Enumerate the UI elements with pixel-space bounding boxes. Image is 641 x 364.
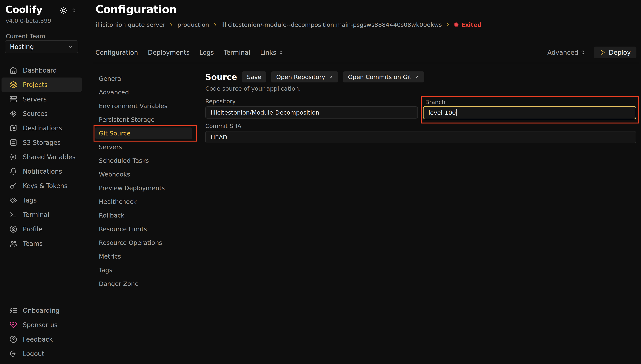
subnav-environment-variables[interactable]: Environment Variables bbox=[96, 99, 192, 113]
subnav-rollback[interactable]: Rollback bbox=[96, 208, 192, 222]
variable-icon bbox=[10, 153, 17, 161]
sidebar-item-shared-variables[interactable]: Shared Variables bbox=[2, 150, 82, 164]
deploy-button[interactable]: Deploy bbox=[594, 46, 636, 58]
page-title: Configuration bbox=[96, 3, 177, 16]
checklist-icon bbox=[10, 307, 17, 314]
arrow-up-right-icon bbox=[414, 74, 419, 80]
subnav-tags[interactable]: Tags bbox=[96, 263, 192, 277]
sidebar-item-sources[interactable]: Sources bbox=[2, 106, 82, 121]
sidebar-item-dashboard[interactable]: Dashboard bbox=[2, 63, 82, 78]
tab-links-label: Links bbox=[260, 49, 276, 56]
team-select[interactable]: Hosting bbox=[5, 40, 78, 53]
repository-input[interactable]: illicitestonion/Module-Decomposition bbox=[205, 106, 418, 118]
sidebar-item-feedback[interactable]: Feedback bbox=[2, 332, 82, 346]
sidebar-item-label: Profile bbox=[23, 226, 42, 233]
subnav-persistent-storage[interactable]: Persistent Storage bbox=[96, 113, 192, 126]
app-logo[interactable]: Coolify bbox=[5, 4, 42, 15]
sidebar-item-projects[interactable]: Projects bbox=[2, 78, 82, 92]
tab-links[interactable]: Links bbox=[260, 49, 283, 56]
sidebar: Coolify v4.0.0-beta.399 Current Team Hos… bbox=[0, 0, 83, 364]
sidebar-item-label: Servers bbox=[23, 96, 47, 103]
sidebar-item-label: Dashboard bbox=[23, 67, 57, 74]
user-icon bbox=[10, 225, 17, 233]
subnav-danger-zone[interactable]: Danger Zone bbox=[96, 277, 192, 291]
sidebar-item-label: Tags bbox=[23, 197, 37, 204]
sidebar-item-notifications[interactable]: Notifications bbox=[2, 164, 82, 178]
open-repository-button[interactable]: Open Repository bbox=[271, 72, 338, 82]
status-dot-icon bbox=[454, 22, 458, 27]
save-button[interactable]: Save bbox=[242, 72, 266, 82]
header-actions: Advanced Deploy bbox=[547, 46, 636, 58]
branch-input[interactable]: level-100 bbox=[423, 106, 636, 119]
sidebar-item-servers[interactable]: Servers bbox=[2, 92, 82, 106]
tab-deployments[interactable]: Deployments bbox=[148, 49, 190, 56]
sidebar-item-profile[interactable]: Profile bbox=[2, 222, 82, 236]
commit-sha-input[interactable]: HEAD bbox=[205, 131, 636, 143]
bell-icon bbox=[10, 168, 17, 175]
chevrons-up-down-icon bbox=[279, 50, 283, 55]
sidebar-item-label: Sponsor us bbox=[23, 321, 58, 329]
sidebar-item-label: S3 Storages bbox=[23, 139, 61, 146]
git-icon bbox=[10, 110, 17, 118]
subnav-metrics[interactable]: Metrics bbox=[96, 250, 192, 263]
chevron-right-icon bbox=[213, 22, 218, 27]
sidebar-item-s3-storages[interactable]: S3 Storages bbox=[2, 135, 82, 150]
status-text: Exited bbox=[461, 22, 481, 28]
tags-icon bbox=[10, 196, 17, 204]
home-icon bbox=[10, 66, 17, 74]
source-header: Source Save Open Repository Open Commits… bbox=[205, 72, 424, 82]
sidebar-item-label: Sources bbox=[23, 110, 48, 118]
sidebar-item-destinations[interactable]: Destinations bbox=[2, 121, 82, 135]
subnav-git-source[interactable]: Git Source bbox=[96, 128, 192, 139]
sidebar-item-onboarding[interactable]: Onboarding bbox=[2, 303, 82, 318]
subnav-general[interactable]: General bbox=[96, 72, 192, 86]
tabs-row: Configuration Deployments Logs Terminal … bbox=[96, 46, 636, 58]
breadcrumb-project[interactable]: illicitonion quote server bbox=[96, 21, 165, 28]
sidebar-item-logout[interactable]: Logout bbox=[2, 346, 82, 361]
sidebar-item-teams[interactable]: Teams bbox=[2, 236, 82, 251]
open-commits-label: Open Commits on Git bbox=[348, 74, 412, 80]
subnav-scheduled-tasks[interactable]: Scheduled Tasks bbox=[96, 154, 192, 168]
theme-sun-icon[interactable] bbox=[60, 6, 68, 14]
repository-value: illicitestonion/Module-Decomposition bbox=[211, 109, 319, 116]
deploy-label: Deploy bbox=[609, 49, 631, 56]
tab-terminal[interactable]: Terminal bbox=[224, 49, 250, 56]
breadcrumb: illicitonion quote server production ill… bbox=[96, 21, 481, 28]
subnav-webhooks[interactable]: Webhooks bbox=[96, 168, 192, 181]
sidebar-item-label: Logout bbox=[23, 350, 44, 358]
sidebar-item-label: Feedback bbox=[23, 336, 53, 343]
open-repository-label: Open Repository bbox=[276, 74, 325, 80]
subnav-advanced[interactable]: Advanced bbox=[96, 86, 192, 99]
sidebar-item-terminal[interactable]: Terminal bbox=[2, 208, 82, 222]
open-commits-button[interactable]: Open Commits on Git bbox=[343, 72, 424, 82]
chevron-down-icon bbox=[67, 44, 73, 50]
current-team-label: Current Team bbox=[6, 33, 45, 40]
database-icon bbox=[10, 139, 17, 146]
breadcrumb-application[interactable]: illicitestonion/-module--decomposition:m… bbox=[221, 21, 442, 28]
subnav-preview-deployments[interactable]: Preview Deployments bbox=[96, 181, 192, 195]
sidebar-item-label: Terminal bbox=[23, 211, 49, 218]
source-section-title: Source bbox=[205, 72, 237, 82]
arrow-up-right-icon bbox=[328, 74, 333, 80]
heart-icon bbox=[10, 321, 17, 329]
subnav-healthcheck[interactable]: Healthcheck bbox=[96, 195, 192, 208]
branch-field-group: Branch level-100 bbox=[421, 96, 639, 124]
text-cursor bbox=[456, 109, 457, 116]
branch-label: Branch bbox=[425, 99, 445, 106]
play-icon bbox=[599, 50, 605, 55]
header-divider bbox=[93, 63, 639, 63]
subnav-servers[interactable]: Servers bbox=[96, 140, 192, 154]
map-icon bbox=[10, 124, 17, 132]
sidebar-item-label: Teams bbox=[23, 240, 43, 247]
tab-configuration[interactable]: Configuration bbox=[96, 49, 138, 56]
sidebar-item-tags[interactable]: Tags bbox=[2, 193, 82, 208]
breadcrumb-environment[interactable]: production bbox=[177, 21, 209, 28]
subnav-resource-limits[interactable]: Resource Limits bbox=[96, 222, 192, 236]
sidebar-item-sponsor-us[interactable]: Sponsor us bbox=[2, 318, 82, 332]
advanced-dropdown[interactable]: Advanced bbox=[547, 49, 585, 56]
status-badge: Exited bbox=[454, 22, 481, 28]
tab-logs[interactable]: Logs bbox=[199, 49, 214, 56]
chevrons-up-down-icon[interactable] bbox=[71, 8, 77, 13]
sidebar-item-keys-tokens[interactable]: Keys & Tokens bbox=[2, 178, 82, 193]
subnav-resource-operations[interactable]: Resource Operations bbox=[96, 236, 192, 250]
